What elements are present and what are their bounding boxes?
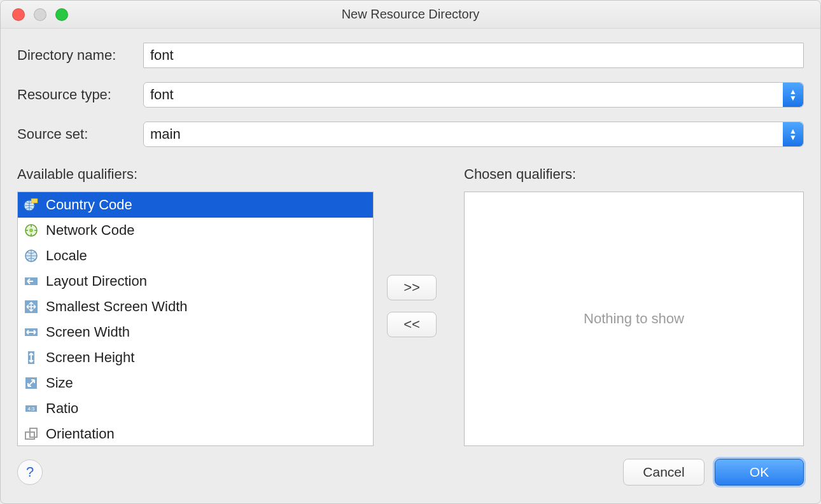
resize-icon — [23, 375, 39, 391]
move-right-button[interactable]: >> — [387, 275, 437, 300]
titlebar: New Resource Directory — [1, 1, 820, 29]
svg-text:4:3: 4:3 — [27, 406, 35, 412]
help-button[interactable]: ? — [17, 459, 43, 485]
qualifier-item-label: Locale — [46, 248, 87, 264]
globe-icon — [23, 248, 39, 264]
source-set-label: Source set: — [17, 126, 143, 143]
qualifier-item-label: Orientation — [46, 426, 115, 442]
row-source-set: Source set: main ▲▼ — [17, 122, 804, 147]
qualifier-item[interactable]: Size — [18, 370, 373, 396]
help-icon: ? — [26, 464, 34, 480]
resource-type-select[interactable]: font ▲▼ — [143, 82, 804, 108]
qualifier-item-label: Size — [46, 375, 73, 391]
qualifier-transfer-buttons: >> << — [374, 166, 450, 446]
qualifier-item[interactable]: Orientation — [18, 421, 373, 446]
qualifier-item-label: Smallest Screen Width — [46, 298, 188, 315]
dialog-footer: ? Cancel OK — [17, 446, 804, 486]
ratio-icon: 4:3 — [23, 400, 39, 417]
resource-type-label: Resource type: — [17, 87, 143, 103]
dialog-window: New Resource Directory Directory name: R… — [0, 0, 821, 504]
chevron-updown-icon: ▲▼ — [783, 83, 803, 107]
qualifier-item[interactable]: 4:3Ratio — [18, 396, 373, 421]
chevron-updown-icon: ▲▼ — [783, 122, 803, 146]
network-icon — [23, 222, 39, 239]
globe-flag-icon — [23, 197, 39, 213]
qualifier-item-label: Screen Width — [46, 324, 130, 340]
source-set-select[interactable]: main ▲▼ — [143, 122, 804, 147]
chosen-qualifiers-label: Chosen qualifiers: — [464, 166, 804, 183]
qualifier-item-label: Layout Direction — [46, 273, 147, 290]
move-left-button[interactable]: << — [387, 312, 437, 337]
qualifier-item[interactable]: Screen Width — [18, 319, 373, 345]
arrow-left-icon — [23, 273, 39, 290]
arrows-all-icon — [23, 298, 39, 315]
row-resource-type: Resource type: font ▲▼ — [17, 82, 804, 108]
cancel-button[interactable]: Cancel — [623, 459, 705, 486]
zoom-window-button[interactable] — [55, 8, 68, 21]
qualifiers-panel: Available qualifiers: Country CodeNetwor… — [17, 166, 804, 446]
chosen-qualifiers-column: Chosen qualifiers: Nothing to show — [464, 166, 804, 446]
minimize-window-button[interactable] — [34, 8, 46, 21]
orientation-icon — [23, 426, 39, 442]
arrow-lr-icon — [23, 324, 39, 340]
qualifier-item-label: Screen Height — [46, 349, 134, 366]
qualifier-item[interactable]: Network Code — [18, 218, 373, 243]
ok-button[interactable]: OK — [715, 459, 804, 486]
close-window-button[interactable] — [12, 8, 25, 21]
resource-type-value: font — [150, 87, 174, 103]
qualifier-item[interactable]: Smallest Screen Width — [18, 294, 373, 319]
directory-name-label: Directory name: — [17, 47, 143, 64]
dialog-content: Directory name: Resource type: font ▲▼ S… — [1, 29, 820, 503]
qualifier-item-label: Country Code — [46, 197, 132, 213]
svg-point-3 — [29, 228, 33, 232]
qualifier-item-label: Network Code — [46, 222, 134, 239]
directory-name-input[interactable] — [143, 43, 804, 68]
qualifier-item[interactable]: Layout Direction — [18, 269, 373, 294]
qualifier-item[interactable]: Country Code — [18, 192, 373, 218]
available-qualifiers-list[interactable]: Country CodeNetwork CodeLocaleLayout Dir… — [17, 192, 374, 446]
svg-rect-1 — [31, 199, 38, 203]
qualifier-item-label: Ratio — [46, 400, 78, 417]
window-controls — [1, 8, 68, 21]
window-title: New Resource Directory — [1, 7, 820, 22]
source-set-value: main — [150, 126, 181, 143]
chosen-empty-text: Nothing to show — [584, 311, 684, 327]
row-directory-name: Directory name: — [17, 43, 804, 68]
available-qualifiers-column: Available qualifiers: Country CodeNetwor… — [17, 166, 374, 446]
arrow-ud-icon — [23, 349, 39, 366]
qualifier-item[interactable]: Screen Height — [18, 345, 373, 370]
chosen-qualifiers-list[interactable]: Nothing to show — [464, 192, 804, 446]
available-qualifiers-label: Available qualifiers: — [17, 166, 374, 183]
qualifier-item[interactable]: Locale — [18, 243, 373, 269]
